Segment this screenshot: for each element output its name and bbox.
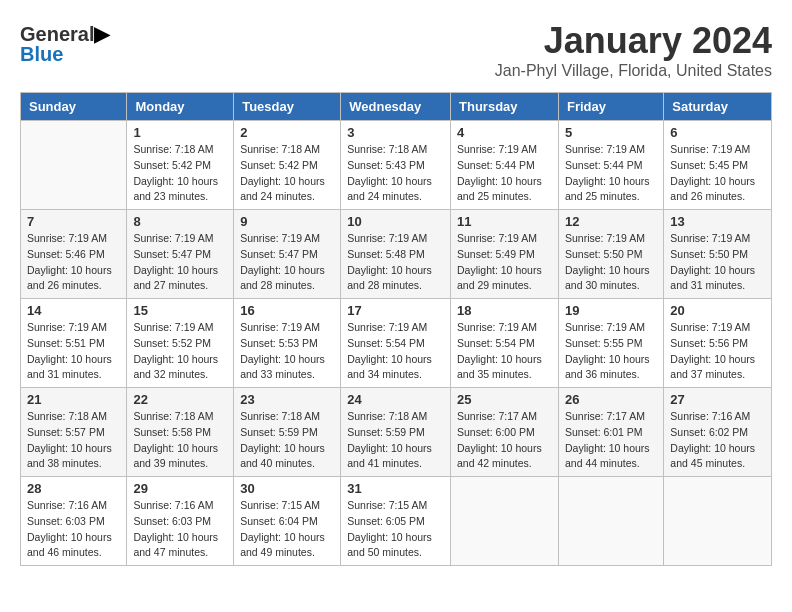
calendar-cell: 22Sunrise: 7:18 AM Sunset: 5:58 PM Dayli…: [127, 388, 234, 477]
day-info: Sunrise: 7:19 AM Sunset: 5:54 PM Dayligh…: [457, 320, 552, 383]
day-number: 19: [565, 303, 657, 318]
day-number: 11: [457, 214, 552, 229]
calendar-cell: 11Sunrise: 7:19 AM Sunset: 5:49 PM Dayli…: [451, 210, 559, 299]
calendar-cell: 23Sunrise: 7:18 AM Sunset: 5:59 PM Dayli…: [234, 388, 341, 477]
logo-general: General: [20, 23, 94, 45]
logo-text: General▶ Blue: [20, 24, 109, 64]
logo: General▶ Blue: [20, 24, 109, 64]
day-info: Sunrise: 7:18 AM Sunset: 5:43 PM Dayligh…: [347, 142, 444, 205]
day-info: Sunrise: 7:19 AM Sunset: 5:49 PM Dayligh…: [457, 231, 552, 294]
calendar-cell: 12Sunrise: 7:19 AM Sunset: 5:50 PM Dayli…: [558, 210, 663, 299]
day-number: 13: [670, 214, 765, 229]
calendar-cell: 7Sunrise: 7:19 AM Sunset: 5:46 PM Daylig…: [21, 210, 127, 299]
day-number: 1: [133, 125, 227, 140]
day-number: 15: [133, 303, 227, 318]
calendar-week-row: 21Sunrise: 7:18 AM Sunset: 5:57 PM Dayli…: [21, 388, 772, 477]
day-info: Sunrise: 7:18 AM Sunset: 5:42 PM Dayligh…: [240, 142, 334, 205]
calendar-cell: 9Sunrise: 7:19 AM Sunset: 5:47 PM Daylig…: [234, 210, 341, 299]
calendar-week-row: 28Sunrise: 7:16 AM Sunset: 6:03 PM Dayli…: [21, 477, 772, 566]
day-info: Sunrise: 7:18 AM Sunset: 5:42 PM Dayligh…: [133, 142, 227, 205]
day-number: 22: [133, 392, 227, 407]
day-of-week-header: Tuesday: [234, 93, 341, 121]
day-number: 3: [347, 125, 444, 140]
day-info: Sunrise: 7:19 AM Sunset: 5:44 PM Dayligh…: [457, 142, 552, 205]
day-info: Sunrise: 7:18 AM Sunset: 5:58 PM Dayligh…: [133, 409, 227, 472]
day-number: 12: [565, 214, 657, 229]
calendar-cell: 21Sunrise: 7:18 AM Sunset: 5:57 PM Dayli…: [21, 388, 127, 477]
calendar-cell: 26Sunrise: 7:17 AM Sunset: 6:01 PM Dayli…: [558, 388, 663, 477]
day-info: Sunrise: 7:19 AM Sunset: 5:46 PM Dayligh…: [27, 231, 120, 294]
logo-blue: Blue: [20, 43, 63, 65]
day-info: Sunrise: 7:15 AM Sunset: 6:05 PM Dayligh…: [347, 498, 444, 561]
calendar-cell: 28Sunrise: 7:16 AM Sunset: 6:03 PM Dayli…: [21, 477, 127, 566]
calendar-cell: [21, 121, 127, 210]
calendar-header-row: SundayMondayTuesdayWednesdayThursdayFrid…: [21, 93, 772, 121]
calendar-title: January 2024: [495, 20, 772, 62]
day-number: 20: [670, 303, 765, 318]
day-number: 24: [347, 392, 444, 407]
calendar-cell: 18Sunrise: 7:19 AM Sunset: 5:54 PM Dayli…: [451, 299, 559, 388]
day-info: Sunrise: 7:19 AM Sunset: 5:51 PM Dayligh…: [27, 320, 120, 383]
calendar-cell: 19Sunrise: 7:19 AM Sunset: 5:55 PM Dayli…: [558, 299, 663, 388]
calendar-week-row: 14Sunrise: 7:19 AM Sunset: 5:51 PM Dayli…: [21, 299, 772, 388]
day-number: 6: [670, 125, 765, 140]
day-number: 31: [347, 481, 444, 496]
day-number: 4: [457, 125, 552, 140]
day-number: 30: [240, 481, 334, 496]
day-number: 25: [457, 392, 552, 407]
calendar-week-row: 1Sunrise: 7:18 AM Sunset: 5:42 PM Daylig…: [21, 121, 772, 210]
calendar-cell: 3Sunrise: 7:18 AM Sunset: 5:43 PM Daylig…: [341, 121, 451, 210]
day-number: 2: [240, 125, 334, 140]
day-info: Sunrise: 7:18 AM Sunset: 5:59 PM Dayligh…: [240, 409, 334, 472]
day-info: Sunrise: 7:19 AM Sunset: 5:48 PM Dayligh…: [347, 231, 444, 294]
day-info: Sunrise: 7:19 AM Sunset: 5:54 PM Dayligh…: [347, 320, 444, 383]
day-info: Sunrise: 7:17 AM Sunset: 6:00 PM Dayligh…: [457, 409, 552, 472]
calendar-cell: 15Sunrise: 7:19 AM Sunset: 5:52 PM Dayli…: [127, 299, 234, 388]
calendar-cell: 14Sunrise: 7:19 AM Sunset: 5:51 PM Dayli…: [21, 299, 127, 388]
day-info: Sunrise: 7:19 AM Sunset: 5:52 PM Dayligh…: [133, 320, 227, 383]
calendar-cell: 27Sunrise: 7:16 AM Sunset: 6:02 PM Dayli…: [664, 388, 772, 477]
day-of-week-header: Saturday: [664, 93, 772, 121]
calendar-cell: 6Sunrise: 7:19 AM Sunset: 5:45 PM Daylig…: [664, 121, 772, 210]
day-number: 18: [457, 303, 552, 318]
day-number: 21: [27, 392, 120, 407]
calendar-cell: 5Sunrise: 7:19 AM Sunset: 5:44 PM Daylig…: [558, 121, 663, 210]
page-header: General▶ Blue January 2024 Jan-Phyl Vill…: [20, 20, 772, 84]
day-info: Sunrise: 7:18 AM Sunset: 5:59 PM Dayligh…: [347, 409, 444, 472]
day-of-week-header: Wednesday: [341, 93, 451, 121]
calendar-cell: 29Sunrise: 7:16 AM Sunset: 6:03 PM Dayli…: [127, 477, 234, 566]
day-info: Sunrise: 7:18 AM Sunset: 5:57 PM Dayligh…: [27, 409, 120, 472]
day-info: Sunrise: 7:16 AM Sunset: 6:02 PM Dayligh…: [670, 409, 765, 472]
day-of-week-header: Sunday: [21, 93, 127, 121]
day-info: Sunrise: 7:16 AM Sunset: 6:03 PM Dayligh…: [133, 498, 227, 561]
day-info: Sunrise: 7:19 AM Sunset: 5:44 PM Dayligh…: [565, 142, 657, 205]
calendar-cell: 1Sunrise: 7:18 AM Sunset: 5:42 PM Daylig…: [127, 121, 234, 210]
day-number: 23: [240, 392, 334, 407]
day-info: Sunrise: 7:19 AM Sunset: 5:45 PM Dayligh…: [670, 142, 765, 205]
calendar-cell: 16Sunrise: 7:19 AM Sunset: 5:53 PM Dayli…: [234, 299, 341, 388]
calendar-cell: [664, 477, 772, 566]
calendar-subtitle: Jan-Phyl Village, Florida, United States: [495, 62, 772, 80]
day-number: 5: [565, 125, 657, 140]
day-of-week-header: Thursday: [451, 93, 559, 121]
calendar-cell: 20Sunrise: 7:19 AM Sunset: 5:56 PM Dayli…: [664, 299, 772, 388]
day-number: 7: [27, 214, 120, 229]
day-number: 16: [240, 303, 334, 318]
day-number: 29: [133, 481, 227, 496]
calendar-table: SundayMondayTuesdayWednesdayThursdayFrid…: [20, 92, 772, 566]
day-info: Sunrise: 7:19 AM Sunset: 5:47 PM Dayligh…: [133, 231, 227, 294]
calendar-header: January 2024 Jan-Phyl Village, Florida, …: [495, 20, 772, 80]
calendar-cell: 25Sunrise: 7:17 AM Sunset: 6:00 PM Dayli…: [451, 388, 559, 477]
calendar-week-row: 7Sunrise: 7:19 AM Sunset: 5:46 PM Daylig…: [21, 210, 772, 299]
day-info: Sunrise: 7:19 AM Sunset: 5:50 PM Dayligh…: [565, 231, 657, 294]
day-info: Sunrise: 7:19 AM Sunset: 5:47 PM Dayligh…: [240, 231, 334, 294]
day-info: Sunrise: 7:19 AM Sunset: 5:55 PM Dayligh…: [565, 320, 657, 383]
day-number: 14: [27, 303, 120, 318]
calendar-cell: [451, 477, 559, 566]
calendar-cell: 24Sunrise: 7:18 AM Sunset: 5:59 PM Dayli…: [341, 388, 451, 477]
day-number: 26: [565, 392, 657, 407]
calendar-cell: 2Sunrise: 7:18 AM Sunset: 5:42 PM Daylig…: [234, 121, 341, 210]
day-info: Sunrise: 7:19 AM Sunset: 5:50 PM Dayligh…: [670, 231, 765, 294]
calendar-cell: [558, 477, 663, 566]
calendar-cell: 8Sunrise: 7:19 AM Sunset: 5:47 PM Daylig…: [127, 210, 234, 299]
